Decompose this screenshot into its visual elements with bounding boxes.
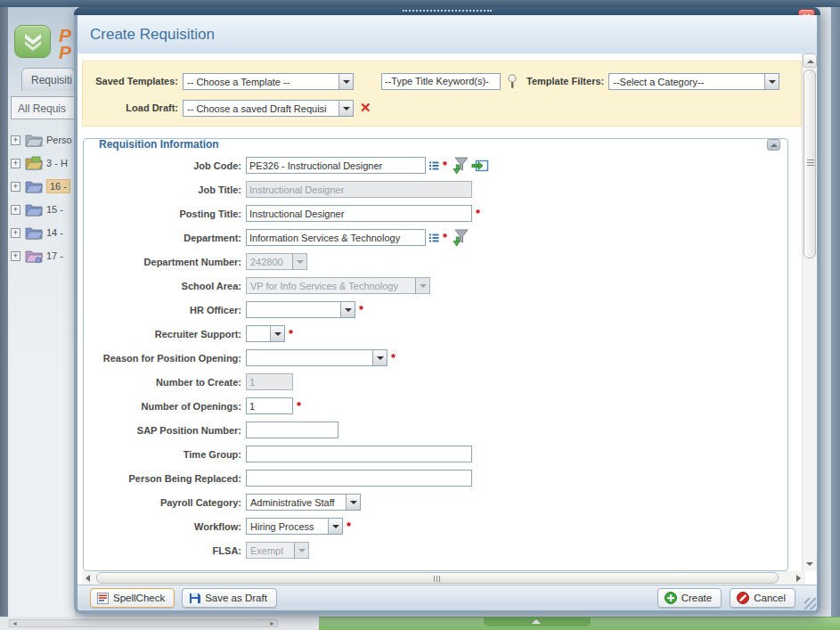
collapse-section-icon[interactable] <box>767 139 780 151</box>
field-select: 242800 <box>246 253 307 270</box>
template-band: Saved Templates: -- Choose a Template --… <box>82 61 802 127</box>
required-asterisk: * <box>297 399 301 413</box>
saved-templates-select[interactable]: -- Choose a Template -- <box>183 73 354 90</box>
search-icon[interactable] <box>506 74 518 89</box>
cancel-label: Cancel <box>754 593 786 603</box>
form-rows: Job Code:*Job Title:Posting Title:*Depar… <box>84 153 787 562</box>
field-control: Hiring Process* <box>246 518 353 535</box>
scroll-up-button[interactable] <box>803 53 817 68</box>
required-asterisk: * <box>443 159 447 172</box>
dialog-body: Saved Templates: -- Choose a Template --… <box>77 53 817 571</box>
import-to-form-icon[interactable] <box>471 159 489 173</box>
field-control: * <box>246 349 397 366</box>
scroll-left-button[interactable] <box>82 571 95 585</box>
create-label: Create <box>681 593 713 603</box>
required-asterisk: * <box>476 207 480 220</box>
load-draft-select[interactable]: -- Choose a saved Draft Requisi <box>183 100 354 117</box>
delete-draft-icon[interactable]: ✕ <box>360 100 371 116</box>
field-select-value: 242800 <box>247 254 292 269</box>
form-row: Payroll Category:Administrative Staff <box>84 490 787 514</box>
dialog-drag-bar[interactable] <box>74 7 820 15</box>
field-select: Exempt <box>246 542 309 559</box>
form-row: FLSA:Exempt <box>84 538 787 562</box>
field-input[interactable] <box>246 205 472 222</box>
field-select-value <box>247 350 372 365</box>
field-select-value: Administrative Staff <box>247 495 346 510</box>
field-control: * <box>246 325 295 342</box>
scroll-right-button[interactable] <box>792 571 805 585</box>
field-label: Department Number: <box>84 257 246 267</box>
required-asterisk: * <box>359 303 363 316</box>
template-filters-value: --Select a Category-- <box>609 74 764 89</box>
field-label: Payroll Category: <box>84 497 246 508</box>
form-row: SAP Position Number: <box>84 418 787 442</box>
dialog-horizontal-scrollbar[interactable] <box>82 571 805 585</box>
form-row: Workflow:Hiring Process* <box>84 514 787 538</box>
dialog-footer: SpellCheck Save as Draft Create Cancel <box>77 585 817 610</box>
field-control <box>246 446 472 462</box>
fieldset-legend: Requisition Information <box>94 138 224 151</box>
chevron-down-icon[interactable] <box>270 326 284 341</box>
field-label: Number of Openings: <box>84 401 246 412</box>
title-keyword-input[interactable] <box>381 73 501 90</box>
field-input[interactable] <box>246 229 426 246</box>
dialog-header: Create Requisition <box>77 15 817 53</box>
chevron-down-icon <box>292 254 306 269</box>
field-select[interactable] <box>246 349 387 366</box>
horizontal-scroll-thumb[interactable] <box>96 572 779 584</box>
save-as-draft-label: Save as Draft <box>205 593 267 603</box>
field-label: SAP Position Number: <box>84 425 246 436</box>
field-select-value: VP for Info Services & Technology <box>247 278 415 293</box>
form-row: Number to Create: <box>84 370 787 394</box>
required-asterisk: * <box>391 351 396 364</box>
field-label: Person Being Replaced: <box>84 473 246 484</box>
chevron-down-icon[interactable] <box>346 495 360 510</box>
chevron-down-icon[interactable] <box>764 74 779 89</box>
field-input[interactable] <box>246 446 472 462</box>
field-select[interactable]: Hiring Process <box>246 518 343 535</box>
save-as-draft-button[interactable]: Save as Draft <box>182 588 277 608</box>
lookup-list-icon[interactable] <box>428 233 439 243</box>
field-select[interactable] <box>246 325 285 342</box>
spellcheck-button[interactable]: SpellCheck <box>90 588 175 608</box>
filter-funnel-icon[interactable] <box>452 157 469 175</box>
required-asterisk: * <box>443 231 447 244</box>
field-label: FLSA: <box>84 545 246 556</box>
form-row: Reason for Position Opening:* <box>84 346 787 370</box>
template-filters-select[interactable]: --Select a Category-- <box>608 73 779 90</box>
chevron-down-icon[interactable] <box>372 350 387 365</box>
form-row: Posting Title:* <box>84 201 787 225</box>
field-input <box>246 373 293 390</box>
chevron-down-icon[interactable] <box>328 519 342 534</box>
dialog-title: Create Requisition <box>90 26 215 44</box>
chevron-down-icon[interactable] <box>338 101 353 116</box>
field-input[interactable] <box>246 421 338 438</box>
chevron-down-icon[interactable] <box>338 74 353 89</box>
chevron-down-icon[interactable] <box>340 302 355 317</box>
field-control: * <box>246 157 489 175</box>
drag-handle-dots <box>403 10 492 12</box>
form-row: Job Title: <box>84 177 787 201</box>
field-select[interactable]: Administrative Staff <box>246 494 361 511</box>
field-select-value: Hiring Process <box>247 519 328 534</box>
field-label: Workflow: <box>84 521 246 532</box>
create-button[interactable]: Create <box>657 588 722 608</box>
field-input[interactable] <box>246 157 426 174</box>
cancel-button[interactable]: Cancel <box>730 588 795 608</box>
field-label: Time Group: <box>84 449 246 460</box>
field-select[interactable] <box>246 301 355 318</box>
lookup-list-icon[interactable] <box>428 160 439 171</box>
dialog-vertical-scrollbar[interactable] <box>802 53 816 571</box>
chevron-down-icon <box>294 543 308 558</box>
field-input[interactable] <box>246 470 472 487</box>
field-select-value <box>247 302 340 317</box>
filter-funnel-icon[interactable] <box>452 229 469 247</box>
field-label: Number to Create: <box>84 377 246 388</box>
dialog-resize-handle[interactable] <box>804 598 816 610</box>
field-input[interactable] <box>246 397 293 414</box>
saved-templates-value: -- Choose a Template -- <box>183 74 338 89</box>
scroll-down-button[interactable] <box>803 557 817 571</box>
cancel-circle-icon <box>737 592 749 604</box>
form-row: Person Being Replaced: <box>84 466 787 490</box>
vertical-scroll-thumb[interactable] <box>803 70 816 258</box>
